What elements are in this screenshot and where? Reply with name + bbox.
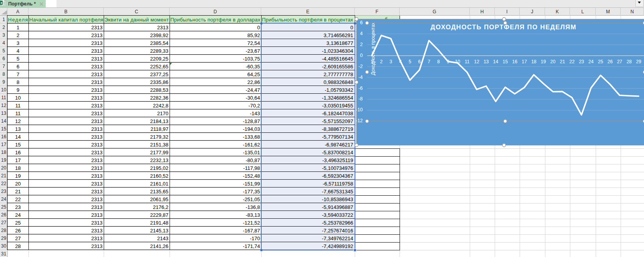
svg-text:x: x bbox=[0, 1, 2, 5]
